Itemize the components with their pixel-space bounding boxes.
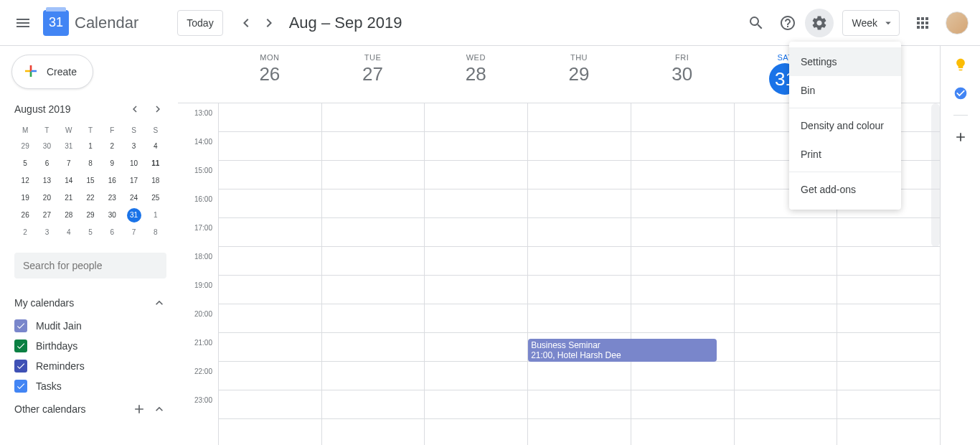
- chevron-up-icon: [152, 296, 166, 310]
- mini-day[interactable]: 2: [101, 138, 123, 155]
- calendar-item[interactable]: Birthdays: [14, 336, 166, 356]
- mini-day[interactable]: 12: [14, 172, 36, 189]
- checkbox-icon[interactable]: [14, 380, 27, 393]
- checkbox-icon[interactable]: [14, 360, 27, 373]
- mini-day[interactable]: 4: [145, 138, 166, 155]
- settings-button[interactable]: [805, 9, 834, 37]
- mini-day[interactable]: 3: [36, 224, 57, 241]
- mini-day[interactable]: 21: [58, 189, 80, 207]
- mini-prev-month[interactable]: [126, 100, 143, 118]
- calendar-item[interactable]: Reminders: [14, 356, 166, 376]
- view-switcher[interactable]: Week: [842, 10, 900, 36]
- mini-day[interactable]: 10: [123, 155, 144, 172]
- mini-day[interactable]: 3: [123, 138, 144, 155]
- mini-day[interactable]: 27: [36, 207, 57, 224]
- menu-item-bin[interactable]: Bin: [789, 76, 901, 105]
- mini-day[interactable]: 20: [36, 189, 57, 207]
- mini-day[interactable]: 5: [80, 224, 101, 241]
- tasks-icon[interactable]: [953, 86, 968, 100]
- event-title: Business Seminar: [531, 340, 714, 350]
- mini-day[interactable]: 14: [58, 172, 80, 189]
- day-column[interactable]: [218, 103, 321, 445]
- mini-day[interactable]: 8: [80, 155, 101, 172]
- menu-item-print[interactable]: Print: [789, 140, 901, 169]
- other-calendars-toggle[interactable]: Other calendars: [14, 396, 166, 422]
- calendar-item[interactable]: Tasks: [14, 376, 166, 396]
- mini-day[interactable]: 16: [101, 172, 123, 189]
- calendar-event[interactable]: Business Seminar21:00, Hotel Harsh Dee: [528, 339, 717, 362]
- mini-day[interactable]: 7: [123, 224, 144, 241]
- mini-day[interactable]: 28: [58, 207, 80, 224]
- mini-day[interactable]: 23: [101, 189, 123, 207]
- day-number: 27: [321, 63, 425, 85]
- day-column[interactable]: [424, 103, 527, 445]
- mini-day[interactable]: 2: [14, 224, 36, 241]
- mini-day[interactable]: 26: [14, 207, 36, 224]
- day-header[interactable]: WED28: [424, 46, 527, 103]
- mini-day[interactable]: 31: [123, 207, 144, 224]
- mini-day[interactable]: 8: [145, 224, 166, 241]
- search-people-input[interactable]: [23, 260, 158, 271]
- prev-week-button[interactable]: [235, 11, 258, 34]
- mini-next-month[interactable]: [149, 100, 166, 118]
- search-people-field[interactable]: [14, 253, 166, 278]
- mini-day[interactable]: 15: [80, 172, 101, 189]
- plus-icon[interactable]: [132, 402, 146, 416]
- day-header[interactable]: FRI30: [631, 46, 734, 103]
- main-menu-button[interactable]: [6, 6, 40, 40]
- mini-day[interactable]: 19: [14, 189, 36, 207]
- mini-day[interactable]: 9: [101, 155, 123, 172]
- scrollbar[interactable]: [931, 103, 940, 247]
- time-label: 18:00: [178, 253, 218, 281]
- day-column[interactable]: [321, 103, 425, 445]
- hamburger-icon: [14, 14, 32, 32]
- search-button[interactable]: [742, 9, 771, 37]
- today-button[interactable]: Today: [177, 10, 222, 36]
- mini-day[interactable]: 1: [145, 207, 166, 224]
- mini-day[interactable]: 25: [145, 189, 166, 207]
- day-column[interactable]: Business Seminar21:00, Hotel Harsh Dee: [527, 103, 631, 445]
- day-header[interactable]: MON26: [218, 46, 321, 103]
- create-button[interactable]: Create: [11, 55, 93, 89]
- mini-day[interactable]: 29: [14, 138, 36, 155]
- chevron-left-icon: [128, 103, 141, 116]
- menu-item-addons[interactable]: Get add-ons: [789, 175, 901, 204]
- menu-separator: [789, 172, 901, 172]
- mini-dow: F: [101, 123, 123, 138]
- menu-item-settings[interactable]: Settings: [789, 47, 901, 76]
- mini-day[interactable]: 7: [58, 155, 80, 172]
- mini-day[interactable]: 6: [101, 224, 123, 241]
- mini-day[interactable]: 30: [101, 207, 123, 224]
- checkbox-icon[interactable]: [14, 339, 27, 352]
- add-addon-icon[interactable]: [953, 130, 968, 144]
- keep-icon[interactable]: [953, 57, 968, 72]
- mini-day[interactable]: 11: [145, 155, 166, 172]
- mini-day[interactable]: 31: [58, 138, 80, 155]
- account-avatar[interactable]: [946, 11, 969, 34]
- day-header[interactable]: THU29: [527, 46, 631, 103]
- my-calendars-toggle[interactable]: My calendars: [14, 290, 166, 316]
- menu-item-density[interactable]: Density and colour: [789, 111, 901, 140]
- mini-day[interactable]: 13: [36, 172, 57, 189]
- mini-day[interactable]: 22: [80, 189, 101, 207]
- mini-day[interactable]: 18: [145, 172, 166, 189]
- mini-day[interactable]: 29: [80, 207, 101, 224]
- checkbox-icon[interactable]: [14, 319, 27, 332]
- rail-separator: [953, 115, 968, 116]
- mini-day[interactable]: 30: [36, 138, 57, 155]
- mini-day[interactable]: 6: [36, 155, 57, 172]
- mini-day[interactable]: 24: [123, 189, 144, 207]
- mini-day[interactable]: 5: [14, 155, 36, 172]
- mini-day[interactable]: 4: [58, 224, 80, 241]
- next-week-button[interactable]: [258, 11, 281, 34]
- mini-day[interactable]: 1: [80, 138, 101, 155]
- calendar-item[interactable]: Mudit Jain: [14, 316, 166, 336]
- support-button[interactable]: [773, 9, 802, 37]
- mini-day[interactable]: 17: [123, 172, 144, 189]
- day-of-week: WED: [424, 53, 527, 62]
- apps-button[interactable]: [908, 9, 937, 37]
- app-logo[interactable]: 31 Calendar: [43, 10, 138, 36]
- time-label: 21:00: [178, 339, 218, 367]
- day-column[interactable]: [631, 103, 734, 445]
- day-header[interactable]: TUE27: [321, 46, 425, 103]
